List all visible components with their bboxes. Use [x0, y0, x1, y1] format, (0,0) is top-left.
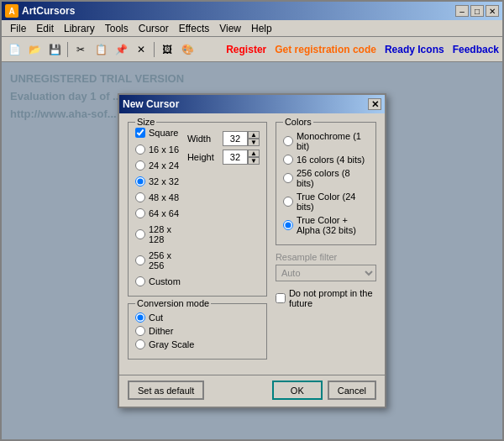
conversion-group: Conversion mode Cut Dither: [128, 303, 267, 360]
square-label: Square: [149, 128, 178, 138]
size-32-row: 32 x 32: [135, 176, 181, 186]
get-code-link[interactable]: Get registration code: [275, 44, 376, 55]
size-custom-radio[interactable]: [135, 276, 145, 286]
toolbar-sep1: [67, 42, 68, 57]
size-32-radio[interactable]: [135, 176, 145, 186]
feedback-link[interactable]: Feedback: [453, 44, 499, 55]
size-64-radio[interactable]: [135, 208, 145, 218]
size-128-radio[interactable]: [135, 229, 145, 239]
width-spin-buttons: ▲ ▼: [248, 131, 260, 146]
toolbar-copy[interactable]: 📋: [92, 40, 110, 59]
toolbar-extra2[interactable]: 🎨: [178, 40, 197, 59]
colors-group-label: Colors: [283, 117, 313, 127]
app-icon: A: [5, 4, 18, 18]
right-panel: Colors Monochrome (1 bit) 16 colors (4 b…: [276, 122, 376, 366]
menu-tools[interactable]: Tools: [100, 21, 134, 36]
menu-cursor[interactable]: Cursor: [134, 21, 174, 36]
color-1bit-radio[interactable]: [283, 136, 293, 146]
dialog-title: New Cursor: [123, 98, 179, 110]
color-32bit-radio[interactable]: [283, 220, 293, 230]
height-up-button[interactable]: ▲: [248, 150, 260, 157]
menu-library[interactable]: Library: [59, 21, 100, 36]
toolbar-new[interactable]: 📄: [5, 40, 24, 59]
size-custom-row: Custom: [135, 276, 181, 286]
color-4bit-label: 16 colors (4 bits): [297, 155, 365, 165]
title-bar: A ArtCursors – □ ✕: [2, 2, 502, 20]
dialog-body: Size Square 16 x 16: [119, 113, 385, 375]
color-24bit-radio[interactable]: [283, 197, 293, 207]
dialog-close-button[interactable]: ✕: [368, 98, 381, 110]
size-16-label: 16 x 16: [149, 144, 179, 155]
size-24-radio[interactable]: [135, 160, 145, 171]
width-spin: ▲ ▼: [223, 131, 260, 146]
cancel-button[interactable]: Cancel: [328, 381, 376, 400]
width-down-button[interactable]: ▼: [248, 139, 260, 146]
color-1bit-label: Monochrome (1 bit): [297, 131, 369, 151]
menu-bar: File Edit Library Tools Cursor Effects V…: [2, 20, 502, 37]
size-group: Size Square 16 x 16: [128, 122, 267, 297]
menu-edit[interactable]: Edit: [31, 21, 59, 36]
color-8bit-row: 256 colors (8 bits): [283, 168, 369, 188]
menu-file[interactable]: File: [5, 21, 31, 36]
size-24-label: 24 x 24: [149, 160, 179, 171]
height-input[interactable]: [223, 150, 248, 165]
height-row: Height ▲ ▼: [187, 150, 260, 165]
register-link[interactable]: Register: [226, 44, 266, 55]
color-4bit-row: 16 colors (4 bits): [283, 155, 369, 165]
size-48-row: 48 x 48: [135, 192, 181, 202]
cut-label: Cut: [149, 312, 163, 323]
size-64-row: 64 x 64: [135, 208, 181, 218]
height-spin: ▲ ▼: [223, 150, 260, 165]
color-8bit-radio[interactable]: [283, 173, 293, 183]
size-inputs: Width ▲ ▼: [187, 131, 260, 289]
size-256-radio[interactable]: [135, 255, 145, 265]
grayscale-row: Gray Scale: [135, 339, 260, 349]
size-group-content: Square 16 x 16 24 x 24: [135, 128, 260, 289]
size-48-radio[interactable]: [135, 192, 145, 202]
size-radios: Square 16 x 16 24 x 24: [135, 128, 181, 289]
size-48-label: 48 x 48: [149, 192, 179, 202]
color-4bit-radio[interactable]: [283, 155, 293, 165]
dither-radio[interactable]: [135, 326, 145, 336]
color-32bit-row: True Color + Alpha (32 bits): [283, 215, 369, 235]
toolbar-extra1[interactable]: 🖼: [158, 40, 176, 59]
cut-radio[interactable]: [135, 312, 145, 323]
width-input[interactable]: [223, 131, 248, 146]
size-256-label: 256 x 256: [149, 250, 181, 270]
square-checkbox[interactable]: [135, 128, 145, 138]
size-24-row: 24 x 24: [135, 160, 181, 171]
do-not-prompt-checkbox[interactable]: [276, 293, 286, 303]
set-default-button[interactable]: Set as default: [128, 381, 204, 400]
menu-help[interactable]: Help: [246, 21, 277, 36]
size-256-row: 256 x 256: [135, 250, 181, 270]
size-128-row: 128 x 128: [135, 224, 181, 244]
toolbar-save[interactable]: 💾: [45, 40, 64, 59]
toolbar-cut[interactable]: ✂: [71, 40, 90, 59]
width-up-button[interactable]: ▲: [248, 131, 260, 139]
maximize-button[interactable]: □: [470, 5, 484, 17]
ready-icons-link[interactable]: Ready Icons: [385, 44, 444, 55]
toolbar-paste[interactable]: 📌: [112, 40, 130, 59]
minimize-button[interactable]: –: [455, 5, 469, 17]
dialog-footer: Set as default OK Cancel: [119, 375, 385, 407]
toolbar-delete[interactable]: ✕: [132, 40, 150, 59]
color-1bit-row: Monochrome (1 bit): [283, 131, 369, 151]
menu-effects[interactable]: Effects: [174, 21, 214, 36]
grayscale-radio[interactable]: [135, 339, 145, 349]
size-16-radio[interactable]: [135, 144, 145, 155]
toolbar: 📄 📂 💾 ✂ 📋 📌 ✕ 🖼 🎨 Register Get registrat…: [2, 37, 502, 62]
title-buttons: – □ ✕: [455, 5, 499, 17]
size-64-label: 64 x 64: [149, 208, 179, 218]
menu-view[interactable]: View: [214, 21, 246, 36]
toolbar-open[interactable]: 📂: [25, 40, 44, 59]
dither-label: Dither: [149, 326, 173, 336]
height-down-button[interactable]: ▼: [248, 157, 260, 165]
color-8bit-label: 256 colors (8 bits): [297, 168, 369, 188]
ok-button[interactable]: OK: [272, 381, 323, 400]
resample-select[interactable]: Auto: [276, 265, 376, 281]
close-button[interactable]: ✕: [486, 5, 499, 17]
colors-group: Colors Monochrome (1 bit) 16 colors (4 b…: [276, 122, 376, 245]
color-24bit-label: True Color (24 bits): [297, 192, 369, 212]
main-window: A ArtCursors – □ ✕ File Edit Library Too…: [0, 0, 504, 441]
size-group-label: Size: [135, 117, 156, 127]
